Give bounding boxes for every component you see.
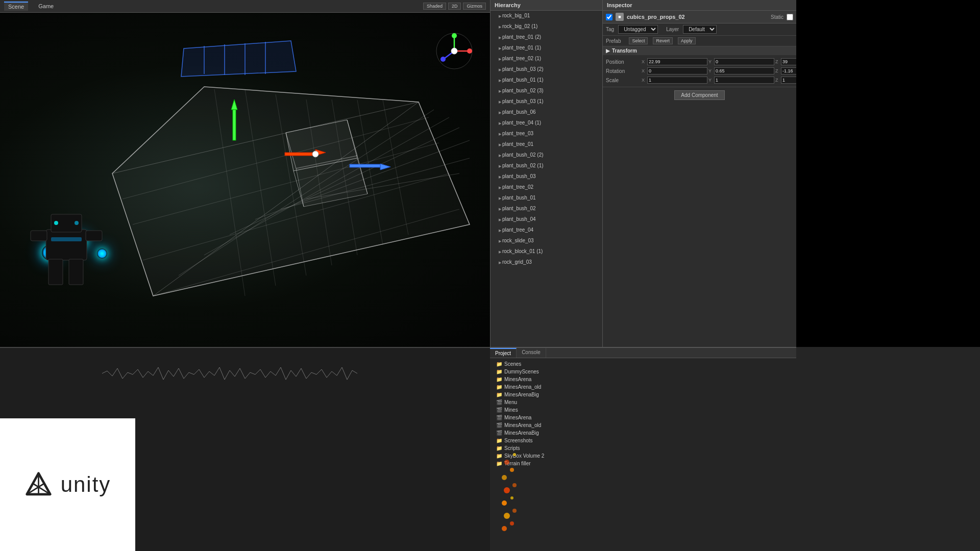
hierarchy-list: rock_big_01rock_big_02 (1)plant_tree_01 … [491,11,602,268]
hierarchy-item[interactable]: plant_bush_06 [491,107,602,118]
svg-point-63 [510,496,513,499]
position-row: Position X Y Z [606,57,793,66]
rot-z-input[interactable] [781,67,796,74]
svg-rect-48 [48,259,63,285]
position-xyz: X Y Z [642,58,796,65]
transform-component-header[interactable]: ▶ Transform [603,46,796,55]
hierarchy-item[interactable]: plant_tree_01 (2) [491,32,602,43]
hierarchy-item[interactable]: plant_bush_04 [491,214,602,225]
project-item[interactable]: 📁DummyScenes [494,368,792,375]
project-item[interactable]: 🎬Mines [494,406,792,414]
unity-logo-area: unity [0,418,135,551]
project-item[interactable]: 📁Screenshots [494,437,792,444]
hierarchy-item[interactable]: plant_tree_01 [491,139,602,150]
hierarchy-item[interactable]: rock_big_02 (1) [491,21,602,32]
hierarchy-item[interactable]: plant_bush_02 (2) [491,150,602,161]
project-item[interactable]: 📁SkyBox Volume 2 [494,452,792,460]
project-item[interactable]: 📁MinesArena [494,375,792,383]
hierarchy-item[interactable]: plant_tree_04 (1) [491,118,602,129]
svg-point-68 [504,460,509,465]
hierarchy-item[interactable]: rock_big_01 [491,11,602,21]
scl-y-field: Y [708,77,774,84]
static-toggle[interactable] [787,14,793,20]
project-item[interactable]: 📁Scripts [494,444,792,452]
rot-y-input[interactable] [714,67,774,74]
unity-logo-icon [24,471,53,499]
rotation-label: Rotation [606,68,642,74]
project-item[interactable]: 🎬MinesArenaBig [494,429,792,437]
project-item[interactable]: 📁MinesArenaBig [494,391,792,398]
project-item-label: Menu [504,399,517,405]
game-tab[interactable]: Game [34,2,58,10]
revert-btn[interactable]: Revert [653,37,673,44]
scene-tab[interactable]: Scene [4,2,28,11]
project-item[interactable]: 🎬Menu [494,398,792,406]
hierarchy-item[interactable]: plant_bush_02 (1) [491,161,602,171]
project-item[interactable]: 📁Scenes [494,360,792,368]
transform-label: Transform [612,48,637,54]
hierarchy-item[interactable]: plant_bush_03 (1) [491,96,602,107]
hierarchy-item[interactable]: plant_tree_02 (1) [491,54,602,64]
svg-point-59 [510,521,514,525]
hierarchy-item[interactable]: plant_bush_02 (3) [491,86,602,96]
waveform-display [102,358,357,389]
game-viewport[interactable]: Scene Game Shaded 2D Gizmos [0,0,490,347]
project-item[interactable]: 📁Terrain filler [494,460,792,467]
y-label: Y [708,59,714,64]
project-item[interactable]: 📁MinesArena_old [494,383,792,391]
object-active-toggle[interactable] [606,14,612,20]
add-component-button[interactable]: Add Component [674,90,724,100]
project-item[interactable]: 🎬MinesArena [494,414,792,421]
shaded-btn[interactable]: Shaded [423,3,446,10]
folder-icon: 📁 [496,384,502,390]
pos-y-input[interactable] [714,58,774,65]
hierarchy-item[interactable]: plant_bush_01 [491,193,602,204]
layer-select[interactable]: Default [683,25,717,34]
pos-z-field: Z [775,58,796,65]
unity-logo-text: unity [61,472,111,497]
scl-x-field: X [642,77,707,84]
svg-point-61 [512,509,517,513]
project-item[interactable]: 🎬MinesArena_old [494,421,792,429]
gizmos-btn[interactable]: Gizmos [463,3,486,10]
hierarchy-item[interactable]: plant_bush_02 [491,204,602,214]
scl-y-input[interactable] [714,77,774,84]
scene-header: Scene Game Shaded 2D Gizmos [0,0,490,13]
hierarchy-item[interactable]: plant_tree_01 (1) [491,43,602,54]
svg-point-62 [502,500,507,506]
scl-z-input[interactable] [781,77,796,84]
tag-label: Tag [606,27,614,32]
tag-select[interactable]: Untagged [618,25,658,34]
svg-point-65 [512,483,517,487]
hierarchy-header: Hierarchy [491,0,602,11]
hierarchy-item[interactable]: rock_block_01 (1) [491,246,602,257]
hierarchy-item[interactable]: plant_tree_04 [491,225,602,236]
rotation-xyz: X Y Z [642,67,796,74]
scl-x-input[interactable] [647,77,707,84]
sz-label: Z [775,78,780,83]
2d-btn[interactable]: 2D [448,3,461,10]
pos-x-input[interactable] [647,58,707,65]
hierarchy-item[interactable]: plant_bush_03 [491,171,602,182]
hierarchy-item[interactable]: rock_grid_03 [491,257,602,268]
rotation-row: Rotation X Y Z [606,66,793,76]
hierarchy-item[interactable]: rock_slide_03 [491,236,602,246]
project-tab[interactable]: Project [490,348,517,358]
pos-x-field: X [642,58,707,65]
hierarchy-item[interactable]: plant_tree_02 [491,182,602,193]
project-list: 📁Scenes📁DummyScenes📁MinesArena📁MinesAren… [490,358,796,469]
hierarchy-item[interactable]: plant_bush_01 (1) [491,75,602,86]
pos-z-input[interactable] [781,58,796,65]
hierarchy-item[interactable]: plant_tree_03 [491,129,602,139]
rot-x-input[interactable] [647,67,707,74]
apply-btn[interactable]: Apply [678,37,696,44]
bottom-panel-tabs: Project Console [490,348,796,358]
console-tab[interactable]: Console [517,348,546,358]
project-item-label: MinesArena_old [504,384,541,390]
svg-point-66 [502,475,507,480]
rot-y-field: Y [708,67,774,74]
select-btn[interactable]: Select [629,37,648,44]
hierarchy-item[interactable]: plant_bush_03 (2) [491,64,602,75]
far-right-panel [796,347,980,551]
project-item-label: MinesArena_old [504,422,541,428]
